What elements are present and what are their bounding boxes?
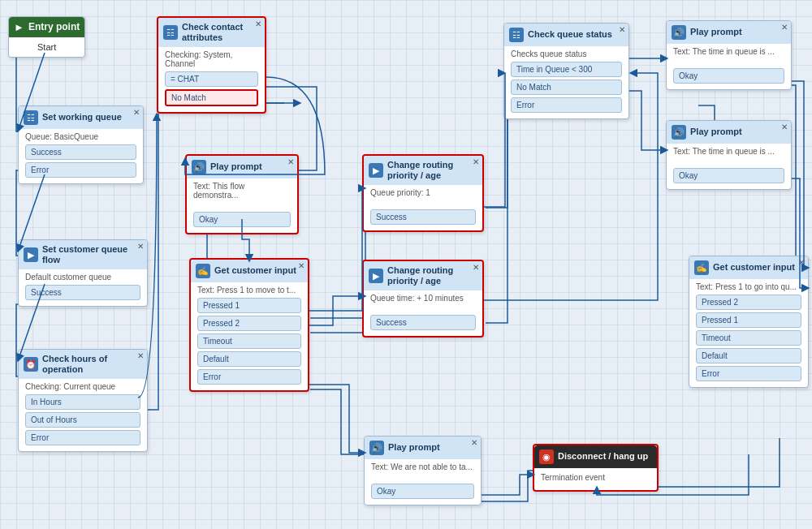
- play-prompt-queue-1-node: 🔊 Play prompt ✕ Text: The time in queue …: [666, 20, 792, 90]
- port-out-hours[interactable]: Out of Hours: [25, 412, 140, 428]
- port-error[interactable]: Error: [511, 97, 622, 113]
- check-queue-status-node: ☷ Check queue status ✕ Checks queue stat…: [503, 23, 629, 119]
- port-timeout[interactable]: Timeout: [696, 330, 801, 346]
- close-btn[interactable]: ✕: [781, 123, 788, 131]
- get-customer-input-2-subtitle: Text: Press 1 to go into qu...: [696, 282, 801, 291]
- change-routing-2-title: Change routing priority / age: [387, 265, 477, 286]
- check-contact-attrs-subtitle: Checking: System, Channel: [165, 50, 258, 68]
- play-prompt-error-node: 🔊 Play prompt ✕ Text: We are not able to…: [364, 436, 482, 505]
- play-prompt-queue-1-subtitle: Text: The time in queue is ...: [673, 47, 784, 56]
- port-pressed2[interactable]: Pressed 2: [197, 316, 301, 331]
- port-timeout[interactable]: Timeout: [197, 333, 301, 349]
- set-customer-queue-flow-node: ▶ Set customer queue flow ✕ Default cust…: [18, 239, 148, 307]
- disconnect-icon: ◉: [539, 449, 554, 464]
- play-prompt-error-title: Play prompt: [388, 442, 440, 453]
- input-icon2: ✍: [694, 260, 709, 275]
- change-routing-2-node: ▶ Change routing priority / age ✕ Queue …: [362, 260, 484, 338]
- set-working-queue-subtitle: Queue: BasicQueue: [25, 132, 136, 141]
- port-success[interactable]: Success: [370, 209, 476, 225]
- port-okay[interactable]: Okay: [371, 484, 474, 499]
- port-error[interactable]: Error: [25, 430, 140, 445]
- play-prompt-queue-2-node: 🔊 Play prompt ✕ Text: The time in queue …: [666, 120, 792, 190]
- check-hours-subtitle: Checking: Current queue: [25, 382, 140, 391]
- clock-icon: ⏰: [24, 357, 38, 372]
- port-chat[interactable]: = CHAT: [165, 71, 258, 87]
- port-success[interactable]: Success: [25, 144, 136, 160]
- get-customer-input-node: ✍ Get customer input ✕ Text: Press 1 to …: [189, 258, 309, 392]
- play-prompt-queue-1-title: Play prompt: [690, 27, 742, 37]
- port-time-queue[interactable]: Time in Queue < 300: [511, 62, 622, 77]
- play-prompt-1-subtitle: Text: This flow demonstra...: [193, 182, 291, 200]
- get-customer-input-subtitle: Text: Press 1 to move to t...: [197, 286, 301, 295]
- routing-icon2: ▶: [369, 269, 383, 283]
- disconnect-node: ◉ Disconnect / hang up Termination event: [533, 444, 659, 492]
- get-customer-input-2-title: Get customer input: [713, 262, 795, 273]
- close-btn[interactable]: ✕: [471, 438, 477, 447]
- set-customer-queue-flow-subtitle: Default customer queue: [25, 273, 140, 282]
- close-btn[interactable]: ✕: [473, 157, 479, 166]
- entry-subtitle: Start: [37, 42, 56, 52]
- disconnect-title: Disconnect / hang up: [558, 451, 648, 462]
- close-btn[interactable]: ✕: [255, 19, 261, 28]
- change-routing-1-title: Change routing priority / age: [387, 160, 477, 181]
- check-contact-attrs-title: Check contact attributes: [182, 22, 260, 43]
- speaker-icon: 🔊: [192, 160, 206, 174]
- port-error[interactable]: Error: [25, 162, 136, 178]
- play-prompt-queue-2-title: Play prompt: [690, 127, 742, 137]
- speaker-icon2: 🔊: [369, 441, 384, 455]
- filter-icon: ☷: [163, 25, 178, 40]
- port-success[interactable]: Success: [370, 315, 476, 330]
- play-prompt-1-node: 🔊 Play prompt ✕ Text: This flow demonstr…: [185, 154, 299, 234]
- change-routing-1-node: ▶ Change routing priority / age ✕ Queue …: [362, 154, 484, 232]
- close-btn[interactable]: ✕: [133, 108, 140, 117]
- set-working-queue-node: ☷ Set working queue ✕ Queue: BasicQueue …: [18, 105, 144, 184]
- entry-title: Entry point: [28, 21, 80, 32]
- port-in-hours[interactable]: In Hours: [25, 394, 140, 410]
- entry-point-node: ► Entry point Start: [8, 16, 85, 58]
- port-error[interactable]: Error: [696, 366, 801, 381]
- close-btn[interactable]: ✕: [137, 351, 144, 360]
- check-hours-title: Check hours of operation: [42, 354, 142, 375]
- input-icon: ✍: [196, 264, 210, 278]
- check-contact-attrs-node: ☷ Check contact attributes ✕ Checking: S…: [157, 16, 266, 114]
- get-customer-input-2-node: ✍ Get customer input ✕ Text: Press 1 to …: [689, 256, 809, 388]
- change-routing-2-subtitle: Queue time: + 10 minutes: [370, 294, 476, 303]
- flow-icon: ▶: [24, 247, 38, 262]
- check-queue-status-title: Check queue status: [528, 29, 612, 40]
- port-pressed2[interactable]: Pressed 2: [696, 295, 801, 310]
- close-btn[interactable]: ✕: [798, 258, 805, 267]
- port-pressed1[interactable]: Pressed 1: [696, 312, 801, 328]
- close-btn[interactable]: ✕: [619, 25, 625, 34]
- close-btn[interactable]: ✕: [298, 261, 304, 270]
- port-pressed1[interactable]: Pressed 1: [197, 298, 301, 313]
- port-success[interactable]: Success: [25, 285, 140, 300]
- get-customer-input-title: Get customer input: [214, 265, 296, 276]
- port-okay[interactable]: Okay: [673, 68, 784, 84]
- speaker-icon4: 🔊: [672, 125, 686, 140]
- routing-icon: ▶: [369, 163, 383, 178]
- port-okay[interactable]: Okay: [193, 212, 291, 227]
- play-prompt-1-title: Play prompt: [210, 161, 262, 172]
- close-btn[interactable]: ✕: [287, 157, 294, 166]
- check-queue-status-subtitle: Checks queue status: [511, 49, 622, 58]
- port-no-match[interactable]: No Match: [165, 89, 258, 106]
- queue-icon: ☷: [24, 110, 38, 125]
- queue-status-icon: ☷: [509, 28, 524, 42]
- flow-canvas: ► Entry point Start ☷ Set working queue …: [0, 0, 812, 529]
- port-default[interactable]: Default: [696, 348, 801, 363]
- close-btn[interactable]: ✕: [137, 242, 144, 251]
- port-default[interactable]: Default: [197, 351, 301, 367]
- play-prompt-error-subtitle: Text: We are not able to ta...: [371, 462, 474, 471]
- set-working-queue-title: Set working queue: [42, 112, 122, 123]
- change-routing-1-subtitle: Queue priority: 1: [370, 188, 476, 197]
- check-hours-node: ⏰ Check hours of operation ✕ Checking: C…: [18, 349, 148, 452]
- close-btn[interactable]: ✕: [473, 263, 479, 272]
- set-customer-queue-flow-title: Set customer queue flow: [42, 244, 142, 265]
- close-btn[interactable]: ✕: [781, 23, 788, 32]
- port-okay[interactable]: Okay: [673, 168, 784, 183]
- speaker-icon3: 🔊: [672, 25, 686, 40]
- disconnect-subtitle: Termination event: [541, 473, 650, 482]
- port-error[interactable]: Error: [197, 369, 301, 385]
- play-prompt-queue-2-subtitle: Text: The time in queue is ...: [673, 147, 784, 156]
- port-no-match[interactable]: No Match: [511, 80, 622, 95]
